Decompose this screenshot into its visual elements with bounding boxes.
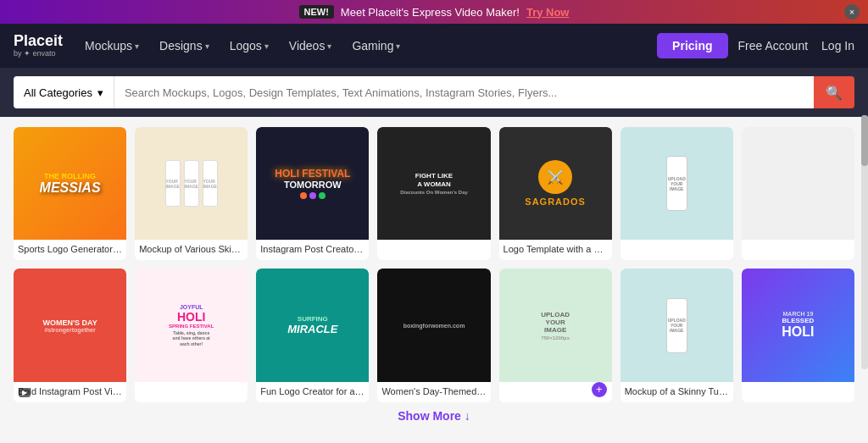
card-boxing-women[interactable]: boxingforwomen.com Women's Day-Themed In… xyxy=(377,269,490,401)
video-badge xyxy=(19,388,31,397)
search-icon: 🔍 xyxy=(826,86,843,100)
pricing-button[interactable]: Pricing xyxy=(657,33,727,58)
nav-gaming[interactable]: Gaming▾ xyxy=(343,34,409,58)
card-label: Instagram Post Creator to Cel… xyxy=(256,240,369,260)
search-button[interactable]: 🔍 xyxy=(814,76,854,108)
logo-sub: by ✦ envato xyxy=(14,50,63,58)
card-holi-spring[interactable]: JOYFUL HOLI SPRING FESTIVAL Table, sing,… xyxy=(135,269,248,401)
logo-text: Placeit xyxy=(14,33,63,50)
announcement-bar: NEW! Meet Placeit's Express Video Maker!… xyxy=(0,0,868,24)
announcement-text: Meet Placeit's Express Video Maker! xyxy=(341,6,520,19)
card-skinny-tumbler[interactable]: YOURIMAGE YOURIMAGE YOURIMAGE Mockup of … xyxy=(135,127,248,260)
free-account-button[interactable]: Free Account xyxy=(738,39,809,53)
card-extra[interactable] xyxy=(742,127,854,260)
card-holi-festival[interactable]: HOLI FESTIVAL TOMORROW Instagram Post Cr… xyxy=(256,127,369,260)
card-womens-day-post[interactable]: WOMEN'S DAY #strongertogether Bold Insta… xyxy=(14,269,126,401)
search-input-wrap xyxy=(114,76,814,108)
card-label: Mockup of Various Skinny Tu… xyxy=(135,240,248,260)
card-label: Women's Day-Themed In… xyxy=(377,382,490,402)
show-more-button[interactable]: Show More ↓ xyxy=(14,402,854,426)
card-sagrados[interactable]: ⚔️ SAGRADOS Logo Template with a Religio… xyxy=(499,127,612,260)
category-label: All Categories xyxy=(24,86,92,99)
card-sports-logo[interactable]: THE ROLLING MESSIAS Sports Logo Generato… xyxy=(14,127,126,260)
try-now-link[interactable]: Try Now xyxy=(526,6,570,19)
category-chevron-icon: ▾ xyxy=(97,86,103,99)
search-bar: All Categories ▾ 🔍 xyxy=(0,68,868,117)
main-content: THE ROLLING MESSIAS Sports Logo Generato… xyxy=(0,117,868,443)
card-upload-green[interactable]: UPLOADYOURIMAGE 750×1200px + xyxy=(499,269,612,401)
card-tumbler-upload[interactable]: UPLOADYOURIMAGE xyxy=(620,127,733,260)
card-label: Sports Logo Generator Featu… xyxy=(14,240,126,260)
plus-badge: + xyxy=(592,382,607,397)
category-select[interactable]: All Categories ▾ xyxy=(14,76,114,108)
card-tumbler-mockup[interactable]: UPLOADYOURIMAGE Mockup of a Skinny Tumbl… xyxy=(620,269,733,401)
search-input[interactable] xyxy=(114,86,814,99)
card-grid-row1: THE ROLLING MESSIAS Sports Logo Generato… xyxy=(14,127,854,260)
nav-mockups[interactable]: Mockups▾ xyxy=(76,34,147,58)
close-announcement-button[interactable]: × xyxy=(844,4,860,19)
card-label xyxy=(742,240,854,248)
scrollbar[interactable] xyxy=(861,115,868,369)
card-label xyxy=(620,240,733,248)
card-label xyxy=(377,240,490,248)
card-surfing-miracle[interactable]: SURFING MIRACLE Fun Logo Creator for a S… xyxy=(256,269,369,401)
card-grid-row2: WOMEN'S DAY #strongertogether Bold Insta… xyxy=(14,269,854,401)
card-womens-tshirt[interactable]: FIGHT LIKEA WOMAN Discounts On Women's D… xyxy=(377,127,490,260)
card-blessed-holi[interactable]: MARCH 19 BLESSED HOLI xyxy=(742,269,854,401)
login-button[interactable]: Log In xyxy=(821,39,854,53)
nav-designs[interactable]: Designs▾ xyxy=(151,34,218,58)
card-label: Logo Template with a Religio… xyxy=(499,240,612,260)
card-label xyxy=(742,382,854,390)
card-label xyxy=(135,382,248,390)
new-badge: NEW! xyxy=(299,5,334,19)
nav-logos[interactable]: Logos▾ xyxy=(221,34,277,58)
navbar: Placeit by ✦ envato Mockups▾ Designs▾ Lo… xyxy=(0,24,868,68)
card-label: Mockup of a Skinny Tumbler … xyxy=(620,382,733,402)
card-label: Fun Logo Creator for a Sports… xyxy=(256,382,369,402)
scrollbar-thumb[interactable] xyxy=(861,115,868,166)
nav-videos[interactable]: Videos▾ xyxy=(281,34,341,58)
logo[interactable]: Placeit by ✦ envato xyxy=(14,33,63,58)
